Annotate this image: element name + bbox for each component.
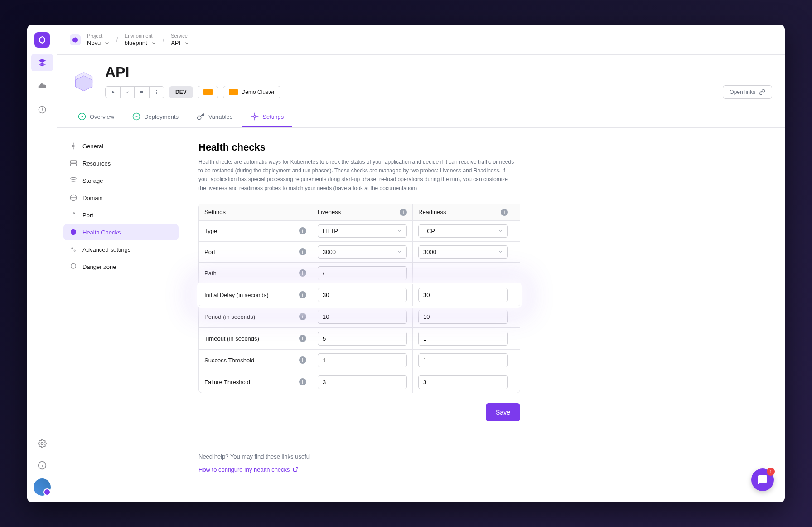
layers-icon bbox=[38, 58, 47, 67]
bc-project-label: Project bbox=[87, 33, 110, 39]
play-button-group bbox=[105, 86, 164, 98]
rail-history[interactable] bbox=[31, 101, 53, 118]
sidebar-rail bbox=[27, 25, 57, 502]
nav-health-checks[interactable]: Health Checks bbox=[63, 224, 179, 240]
rail-info[interactable] bbox=[31, 457, 53, 474]
row-type: Typei HTTP TCP bbox=[199, 221, 520, 242]
stop-button[interactable] bbox=[135, 87, 150, 98]
rail-layers[interactable] bbox=[31, 54, 53, 71]
row-period: Period (in seconds)i bbox=[199, 306, 520, 328]
server-icon bbox=[70, 160, 77, 167]
check-circle-icon bbox=[78, 112, 86, 121]
liveness-initial-delay-input[interactable] bbox=[318, 288, 407, 302]
env-badge: DEV bbox=[169, 86, 193, 98]
chevron-down-icon bbox=[125, 90, 130, 94]
info-icon[interactable]: i bbox=[299, 313, 306, 320]
service-icon bbox=[70, 68, 98, 96]
cube-icon bbox=[72, 37, 78, 43]
nav-general[interactable]: General bbox=[63, 138, 179, 154]
play-dropdown[interactable] bbox=[121, 87, 135, 98]
help-link[interactable]: How to configure my health checks bbox=[198, 466, 520, 473]
liveness-timeout-input[interactable] bbox=[318, 332, 407, 346]
nav-domain[interactable]: Domain bbox=[63, 190, 179, 206]
label-type: Type bbox=[204, 228, 217, 234]
readiness-period-input[interactable] bbox=[418, 310, 508, 324]
app-logo[interactable] bbox=[34, 32, 50, 48]
readiness-timeout-input[interactable] bbox=[418, 332, 508, 346]
liveness-port-select[interactable]: 3000 bbox=[318, 245, 407, 259]
rail-settings[interactable] bbox=[31, 435, 53, 452]
info-icon[interactable]: i bbox=[299, 269, 306, 277]
info-icon[interactable]: i bbox=[400, 209, 407, 216]
bc-project-value[interactable]: Novu bbox=[87, 39, 110, 46]
readiness-failure-input[interactable] bbox=[418, 375, 508, 389]
play-icon bbox=[110, 89, 116, 95]
project-icon bbox=[70, 34, 81, 45]
bc-separator: / bbox=[116, 36, 118, 44]
cluster-badge[interactable]: Demo Cluster bbox=[223, 86, 280, 98]
liveness-success-input[interactable] bbox=[318, 353, 407, 367]
info-icon bbox=[38, 461, 47, 470]
readiness-initial-delay-input[interactable] bbox=[418, 288, 508, 302]
tab-overview[interactable]: Overview bbox=[70, 107, 122, 127]
content: General Resources Storage Domain Port He… bbox=[57, 128, 785, 502]
bc-env-value[interactable]: blueprint bbox=[125, 39, 156, 46]
chevron-down-icon bbox=[151, 40, 156, 46]
nav-resources[interactable]: Resources bbox=[63, 155, 179, 171]
bc-service-label: Service bbox=[171, 33, 189, 39]
tab-settings[interactable]: Settings bbox=[242, 107, 292, 127]
more-button[interactable] bbox=[150, 87, 164, 98]
rail-cloud[interactable] bbox=[31, 78, 53, 95]
key-icon bbox=[197, 112, 205, 121]
check-circle-icon bbox=[132, 112, 140, 121]
aws-icon bbox=[229, 89, 238, 95]
breadcrumb: Project Novu / Environment blueprint / S… bbox=[87, 33, 189, 46]
stop-icon bbox=[139, 89, 145, 95]
readiness-type-select[interactable]: TCP bbox=[418, 224, 508, 238]
service-title: API bbox=[105, 64, 772, 81]
tab-deployments[interactable]: Deployments bbox=[124, 107, 187, 127]
hexagon-stack-icon bbox=[71, 69, 97, 94]
play-button[interactable] bbox=[106, 87, 121, 98]
liveness-type-select[interactable]: HTTP bbox=[318, 224, 407, 238]
label-success: Success Threshold bbox=[204, 357, 254, 364]
liveness-path-input[interactable] bbox=[318, 266, 407, 280]
user-avatar[interactable] bbox=[34, 478, 51, 496]
chevron-down-icon bbox=[104, 40, 110, 46]
chevron-down-icon bbox=[498, 228, 503, 234]
info-icon[interactable]: i bbox=[299, 378, 306, 385]
nav-danger[interactable]: Danger zone bbox=[63, 259, 179, 275]
svg-point-15 bbox=[74, 250, 75, 251]
svg-point-14 bbox=[72, 248, 73, 249]
info-icon[interactable]: i bbox=[299, 248, 306, 255]
globe-icon bbox=[70, 194, 77, 201]
label-port: Port bbox=[204, 249, 215, 255]
liveness-period-input[interactable] bbox=[318, 310, 407, 324]
info-icon[interactable]: i bbox=[299, 291, 306, 298]
info-icon[interactable]: i bbox=[299, 227, 306, 234]
info-icon[interactable]: i bbox=[299, 335, 306, 342]
label-initial-delay: Initial Delay (in seconds) bbox=[204, 292, 269, 298]
chat-button[interactable]: 1 bbox=[751, 468, 774, 491]
bc-service-value[interactable]: API bbox=[171, 39, 189, 46]
info-icon[interactable]: i bbox=[501, 209, 508, 216]
history-icon bbox=[38, 105, 47, 114]
link-icon bbox=[759, 89, 765, 95]
main-area: Project Novu / Environment blueprint / S… bbox=[57, 25, 785, 502]
tab-variables[interactable]: Variables bbox=[188, 107, 241, 127]
nav-port[interactable]: Port bbox=[63, 207, 179, 223]
liveness-failure-input[interactable] bbox=[318, 375, 407, 389]
open-links-button[interactable]: Open links bbox=[723, 85, 772, 99]
readiness-port-select[interactable]: 3000 bbox=[418, 245, 508, 259]
more-vertical-icon bbox=[154, 89, 160, 95]
svg-point-16 bbox=[71, 264, 76, 268]
cloud-provider-badge[interactable] bbox=[198, 86, 218, 98]
info-icon[interactable]: i bbox=[299, 356, 306, 364]
row-path: Pathi bbox=[199, 263, 520, 284]
svg-point-9 bbox=[72, 145, 74, 147]
nav-advanced[interactable]: Advanced settings bbox=[63, 241, 179, 258]
save-button[interactable]: Save bbox=[486, 403, 520, 421]
nav-storage[interactable]: Storage bbox=[63, 172, 179, 189]
readiness-success-input[interactable] bbox=[418, 353, 508, 367]
sliders-icon bbox=[70, 246, 77, 253]
